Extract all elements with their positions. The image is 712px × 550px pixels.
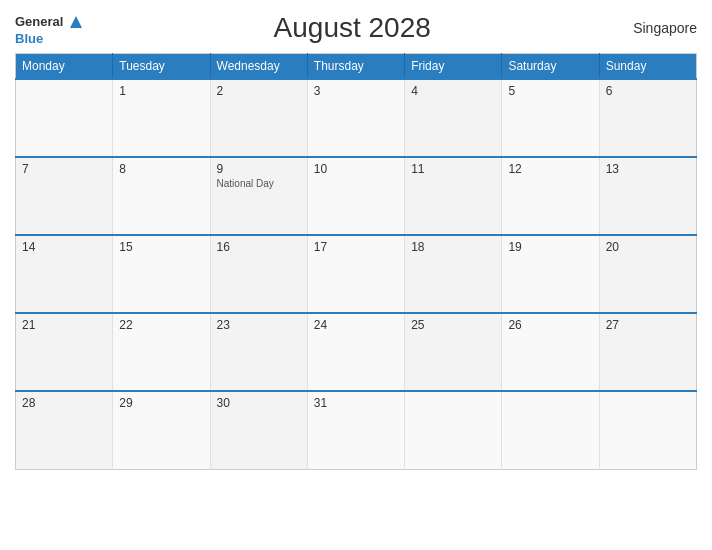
header-monday: Monday <box>16 54 113 80</box>
day-number: 8 <box>119 162 203 176</box>
calendar-cell: 5 <box>502 79 599 157</box>
day-number: 2 <box>217 84 301 98</box>
day-number: 27 <box>606 318 690 332</box>
header-thursday: Thursday <box>307 54 404 80</box>
calendar-cell: 25 <box>405 313 502 391</box>
day-number: 6 <box>606 84 690 98</box>
day-number: 17 <box>314 240 398 254</box>
header-sunday: Sunday <box>599 54 696 80</box>
calendar-cell <box>405 391 502 469</box>
day-number: 28 <box>22 396 106 410</box>
calendar-cell: 16 <box>210 235 307 313</box>
calendar-week-4: 21222324252627 <box>16 313 697 391</box>
day-number: 20 <box>606 240 690 254</box>
calendar-cell: 12 <box>502 157 599 235</box>
day-number: 23 <box>217 318 301 332</box>
calendar-cell: 8 <box>113 157 210 235</box>
calendar-week-5: 28293031 <box>16 391 697 469</box>
header: General Blue August 2028 Singapore <box>15 10 697 45</box>
calendar-cell: 30 <box>210 391 307 469</box>
calendar-cell: 21 <box>16 313 113 391</box>
logo-blue-text: Blue <box>15 32 43 45</box>
calendar-cell: 18 <box>405 235 502 313</box>
calendar-week-1: 123456 <box>16 79 697 157</box>
day-number: 15 <box>119 240 203 254</box>
calendar-cell <box>502 391 599 469</box>
header-saturday: Saturday <box>502 54 599 80</box>
country-label: Singapore <box>617 20 697 36</box>
calendar-cell: 2 <box>210 79 307 157</box>
day-number: 19 <box>508 240 592 254</box>
calendar-cell: 3 <box>307 79 404 157</box>
calendar-cell: 29 <box>113 391 210 469</box>
calendar-cell: 27 <box>599 313 696 391</box>
calendar-title: August 2028 <box>87 12 617 44</box>
calendar-cell: 20 <box>599 235 696 313</box>
calendar-cell: 15 <box>113 235 210 313</box>
calendar-week-3: 14151617181920 <box>16 235 697 313</box>
day-number: 30 <box>217 396 301 410</box>
day-number: 24 <box>314 318 398 332</box>
calendar-cell: 14 <box>16 235 113 313</box>
day-number: 4 <box>411 84 495 98</box>
calendar-cell: 26 <box>502 313 599 391</box>
calendar-cell: 31 <box>307 391 404 469</box>
calendar-cell: 28 <box>16 391 113 469</box>
day-number: 25 <box>411 318 495 332</box>
day-number: 16 <box>217 240 301 254</box>
calendar-cell: 10 <box>307 157 404 235</box>
calendar-cell <box>16 79 113 157</box>
day-number: 9 <box>217 162 301 176</box>
header-friday: Friday <box>405 54 502 80</box>
calendar-week-2: 789National Day10111213 <box>16 157 697 235</box>
day-number: 21 <box>22 318 106 332</box>
calendar-header-row: MondayTuesdayWednesdayThursdayFridaySatu… <box>16 54 697 80</box>
calendar-cell: 4 <box>405 79 502 157</box>
day-number: 22 <box>119 318 203 332</box>
logo-general-text: General <box>15 15 63 28</box>
day-number: 29 <box>119 396 203 410</box>
logo: General Blue <box>15 10 87 45</box>
header-wednesday: Wednesday <box>210 54 307 80</box>
day-number: 5 <box>508 84 592 98</box>
day-number: 1 <box>119 84 203 98</box>
day-number: 31 <box>314 396 398 410</box>
day-number: 3 <box>314 84 398 98</box>
calendar-cell: 9National Day <box>210 157 307 235</box>
svg-marker-0 <box>70 16 82 28</box>
calendar-cell: 1 <box>113 79 210 157</box>
calendar-cell: 17 <box>307 235 404 313</box>
header-tuesday: Tuesday <box>113 54 210 80</box>
day-number: 14 <box>22 240 106 254</box>
calendar-cell: 13 <box>599 157 696 235</box>
day-number: 11 <box>411 162 495 176</box>
day-number: 13 <box>606 162 690 176</box>
holiday-label: National Day <box>217 178 301 189</box>
day-number: 18 <box>411 240 495 254</box>
calendar-cell: 24 <box>307 313 404 391</box>
day-number: 26 <box>508 318 592 332</box>
day-number: 12 <box>508 162 592 176</box>
calendar-cell: 22 <box>113 313 210 391</box>
calendar-cell: 11 <box>405 157 502 235</box>
calendar-table: MondayTuesdayWednesdayThursdayFridaySatu… <box>15 53 697 470</box>
day-number: 7 <box>22 162 106 176</box>
calendar-cell <box>599 391 696 469</box>
calendar-cell: 23 <box>210 313 307 391</box>
calendar-page: General Blue August 2028 Singapore Monda… <box>0 0 712 550</box>
day-number: 10 <box>314 162 398 176</box>
calendar-cell: 6 <box>599 79 696 157</box>
calendar-cell: 7 <box>16 157 113 235</box>
calendar-cell: 19 <box>502 235 599 313</box>
logo-icon <box>65 10 87 32</box>
